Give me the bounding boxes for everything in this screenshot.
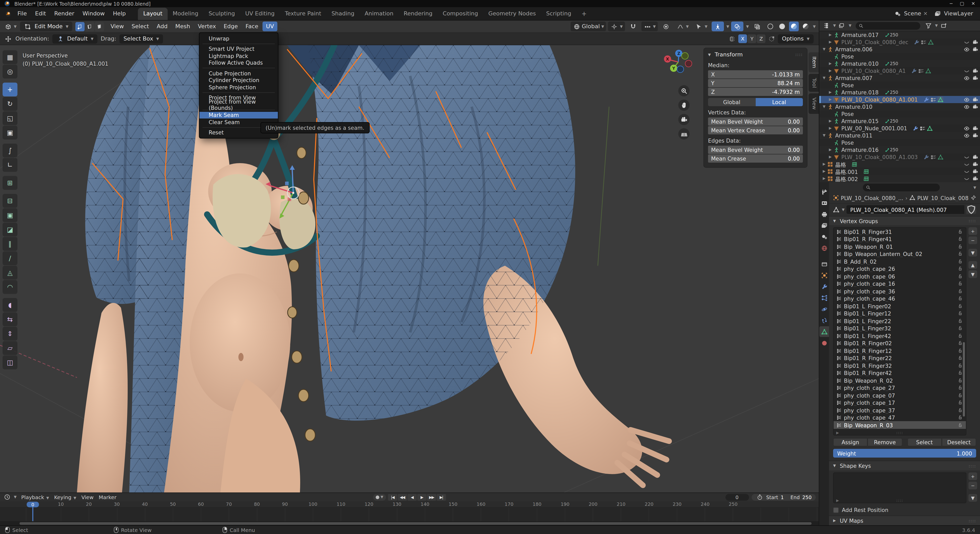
properties-tab-physics-icon[interactable] <box>819 304 829 314</box>
lock-open-icon[interactable] <box>958 378 963 383</box>
lock-open-icon[interactable] <box>958 385 963 391</box>
modifier-stack-icon[interactable] <box>920 125 926 131</box>
median-z-field[interactable]: Z-4.7932 m <box>708 88 803 96</box>
timeline-scrollbar[interactable] <box>0 521 819 525</box>
tool-rotate[interactable]: ↻ <box>3 97 18 111</box>
menu-window[interactable]: Window <box>78 9 109 19</box>
vertex-group-phy-cloth-cape-17[interactable]: phy_cloth_cape_17 <box>834 399 966 406</box>
vertex-group-b-add-r-02[interactable]: B_Add_R_02 <box>834 258 966 265</box>
play-button[interactable]: ▶ <box>417 494 426 501</box>
assign-button[interactable]: Assign <box>833 438 868 446</box>
vertex-group-bip01-r-finger22[interactable]: Bip01_R_Finger22 <box>834 354 966 362</box>
outliner-row-pose[interactable]: Pose <box>819 81 980 89</box>
properties-tab-constraints-icon[interactable] <box>819 315 829 326</box>
move-group-up-button[interactable]: ▲ <box>969 261 977 269</box>
proportional-editing-button[interactable] <box>660 22 672 31</box>
tool-move[interactable]: + <box>3 83 18 96</box>
timeline-scroll-thumb[interactable] <box>19 522 811 524</box>
datablock-browse-icon[interactable]: ▼ <box>842 207 845 212</box>
mesh-data-icon[interactable] <box>927 125 933 131</box>
fake-user-button[interactable] <box>966 205 976 214</box>
workspace-tab-rendering[interactable]: Rendering <box>399 8 438 20</box>
add-workspace-button[interactable]: + <box>577 10 590 17</box>
breadcrumb-object[interactable]: PLW_10_Cloak_0080_... <box>841 195 904 201</box>
unlink-scene-icon[interactable]: ✕ <box>923 11 928 16</box>
jump-to-start-button[interactable]: |◀ <box>388 494 397 501</box>
properties-tab-modifiers-icon[interactable] <box>819 281 829 292</box>
menu-file[interactable]: File <box>13 9 31 19</box>
editor-type-button[interactable]: ▼ <box>2 22 19 31</box>
tool-add-cube[interactable]: ⊞ <box>3 176 18 190</box>
lock-open-icon[interactable] <box>958 415 963 420</box>
play-reverse-button[interactable]: ◀ <box>407 494 417 501</box>
properties-tab-collection-icon[interactable] <box>819 258 829 269</box>
toggle-xray-button[interactable] <box>751 22 763 31</box>
expand-icon[interactable]: ▶ <box>821 177 827 180</box>
lock-open-icon[interactable] <box>958 266 963 271</box>
mirror-y-toggle[interactable]: Y <box>748 34 756 43</box>
deselect-button[interactable]: Deselect <box>942 438 977 446</box>
pin-icon[interactable] <box>970 195 976 201</box>
uv-menu-item-smart-uv-project[interactable]: Smart UV Project <box>199 45 278 52</box>
lock-open-icon[interactable] <box>958 311 963 316</box>
move-group-down-button[interactable]: ▼ <box>969 271 977 278</box>
view-layer-selector[interactable]: ViewLayer <box>934 10 973 18</box>
drag-value-dropdown[interactable]: Select Box▼ <box>119 34 163 43</box>
expand-icon[interactable]: ▶ <box>827 90 833 94</box>
lock-open-icon[interactable] <box>958 303 963 309</box>
expand-icon[interactable]: ▶ <box>821 162 827 166</box>
menu-render[interactable]: Render <box>50 9 78 19</box>
list-filter-expand-icon[interactable]: ▶ <box>836 431 839 435</box>
outliner-search-input[interactable] <box>856 22 920 29</box>
viewport-menu-mesh[interactable]: Mesh <box>172 22 194 31</box>
new-collection-icon[interactable] <box>940 22 948 30</box>
properties-tab-render-icon[interactable] <box>819 198 829 208</box>
workspace-tab-animation[interactable]: Animation <box>360 8 399 20</box>
transform-orientation-dropdown[interactable]: Global▼ <box>571 22 606 31</box>
properties-tab-world-icon[interactable] <box>819 242 829 253</box>
tool-extrude-region[interactable]: ⊟ <box>3 194 18 208</box>
lock-open-icon[interactable] <box>958 274 963 279</box>
hide-viewport-icon[interactable] <box>963 125 969 131</box>
uv-menu-item-lightmap-pack[interactable]: Lightmap Pack <box>199 52 278 59</box>
tool-shear[interactable]: ▱ <box>3 341 18 355</box>
disable-render-icon[interactable] <box>972 96 978 103</box>
properties-tab-object-data-icon[interactable] <box>819 326 829 337</box>
vertex-group-bip01-r-finger31[interactable]: Bip01_R_Finger31 <box>834 228 966 236</box>
tool-cursor[interactable]: ◎ <box>3 65 18 78</box>
lock-open-icon[interactable] <box>958 326 963 331</box>
vertex-group-bip01-r-finger32[interactable]: Bip01_R_Finger32 <box>834 362 966 369</box>
vertices-mean-bevel-weight-field[interactable]: Mean Bevel Weight0.00 <box>708 118 803 126</box>
vertex-group-bip01-l-finger22[interactable]: Bip01_L_Finger22 <box>834 317 966 325</box>
vertex-group-specials-button[interactable]: ▼ <box>969 249 977 257</box>
hide-viewport-icon[interactable] <box>963 168 969 174</box>
hide-viewport-icon[interactable] <box>963 96 969 103</box>
vertex-group-bip-weapon-r-02[interactable]: Bip_Weapon_R_02 <box>834 377 966 384</box>
timeline-track[interactable] <box>0 508 819 521</box>
uv-menu-item-mark-seam[interactable]: Mark Seam <box>199 112 278 118</box>
outliner-row-pose[interactable]: Pose <box>819 53 980 60</box>
vertex-group-bip-weapon-lantern-out-02[interactable]: Bip_Weapon_Lantern_Out_02 <box>834 250 966 258</box>
vertex-group-bip01-l-finger42[interactable]: Bip01_L_Finger42 <box>834 332 966 340</box>
tool-scale[interactable]: ◱ <box>3 111 18 125</box>
space-global-button[interactable]: Global <box>708 98 756 106</box>
add-rest-position-checkbox[interactable] <box>833 507 839 513</box>
lock-open-icon[interactable] <box>958 370 963 376</box>
expand-icon[interactable]: ▶ <box>827 97 833 102</box>
median-y-field[interactable]: Y88.24 m <box>708 79 803 87</box>
uv-menu-item-project-from-view-bounds[interactable]: Project from View (Bounds) <box>199 101 278 108</box>
npanel-tab-tool[interactable]: Tool <box>808 74 819 92</box>
mesh-datablock-icon[interactable] <box>833 206 839 213</box>
tool-smooth[interactable]: ◖ <box>3 298 18 312</box>
npanel-tab-view[interactable]: View <box>808 93 819 114</box>
lock-open-icon[interactable] <box>958 348 963 353</box>
shading-solid-button[interactable] <box>777 22 787 31</box>
tool-rip-region[interactable]: ◫ <box>3 355 18 369</box>
disable-render-icon[interactable] <box>972 132 978 139</box>
space-local-button[interactable]: Local <box>756 98 803 106</box>
viewport-menu-vertex[interactable]: Vertex <box>194 22 220 31</box>
snap-settings-dropdown[interactable]: ▼ <box>641 22 658 31</box>
vertex-group-bip01-r-finger02[interactable]: Bip01_R_Finger02 <box>834 340 966 347</box>
vertices-mean-vertex-crease-field[interactable]: Mean Vertex Crease0.00 <box>708 126 803 134</box>
jump-to-end-button[interactable]: ▶| <box>437 494 446 501</box>
